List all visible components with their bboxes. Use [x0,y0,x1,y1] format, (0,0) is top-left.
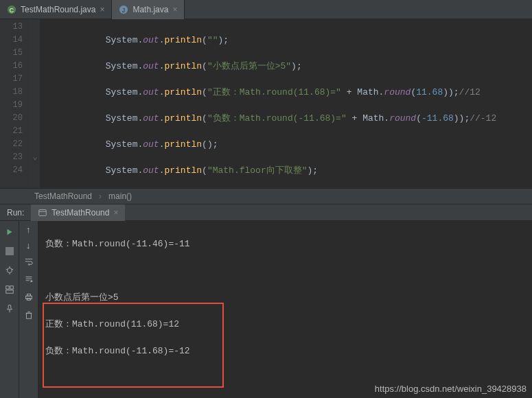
tab-label: TestMathRound.java [21,5,95,14]
stop-button[interactable] [3,244,16,258]
svg-rect-15 [5,290,13,293]
pin-button[interactable] [3,302,16,316]
java-icon: J [119,5,128,14]
svg-rect-4 [39,209,47,215]
console-line [45,371,525,385]
layout-button[interactable] [3,283,16,296]
run-label: Run: [0,208,31,218]
svg-rect-23 [26,313,31,318]
print-button[interactable] [24,292,34,305]
console-toolbar: ↑ ↓ [19,221,38,398]
tab-testmathround[interactable]: C TestMathRound.java × [0,0,112,19]
console-output[interactable]: 负数：Math.round(-11.46)=-11 小数点后第一位>5 正数：M… [38,221,532,398]
run-tab[interactable]: TestMathRound × [31,204,125,221]
close-icon[interactable]: × [113,208,118,218]
console-line: 负数：Math.round(-11.46)=-11 [45,237,525,251]
console-line [45,264,525,278]
close-icon[interactable]: × [100,5,104,14]
tab-label: Math.java [132,5,168,14]
wrap-button[interactable] [24,257,34,269]
run-tab-label: TestMathRound [51,208,109,218]
rerun-button[interactable] [3,225,16,239]
tab-math[interactable]: J Math.java × [112,0,185,19]
run-panel: ↑ ↓ 负数：Math.round(-11.46)=-11 小数点后第一位>5 … [0,221,532,398]
clear-button[interactable] [24,310,34,323]
svg-marker-6 [7,229,12,235]
run-panel-header: Run: TestMathRound × [0,204,532,221]
editor-tabs: C TestMathRound.java × J Math.java × [0,0,532,19]
fold-gutter: ⌄ [30,19,40,188]
svg-text:J: J [122,6,125,13]
breadcrumb-method[interactable]: main() [108,191,132,201]
console-line: 负数：Math.round(-11.68)=-12 [45,344,525,358]
line-gutter: 131415161718192021222324 [0,19,30,188]
code-editor[interactable]: 131415161718192021222324 ⌄ System.out.pr… [0,19,532,188]
console-line: 正数：Math.round(11.68)=12 [45,318,525,331]
svg-rect-7 [5,247,14,255]
code-area[interactable]: System.out.println(""); System.out.print… [40,19,532,188]
debug-button[interactable] [3,264,16,277]
close-icon[interactable]: × [172,5,177,14]
application-icon [38,208,47,218]
scroll-to-end-button[interactable] [24,274,34,287]
svg-rect-14 [10,286,12,289]
run-toolbar [0,221,19,398]
chevron-right-icon: › [99,191,102,201]
breadcrumb-class[interactable]: TestMathRound [34,191,92,201]
breadcrumb: TestMathRound › main() [0,188,532,204]
down-icon[interactable]: ↓ [26,241,32,251]
svg-point-8 [7,268,12,273]
svg-rect-21 [27,294,30,296]
console-line: 小数点后第一位>5 [45,291,525,305]
svg-text:C: C [10,6,14,13]
svg-rect-13 [5,286,8,289]
svg-marker-19 [30,280,33,283]
watermark: https://blog.csdn.net/weixin_39428938 [375,384,527,394]
up-icon[interactable]: ↑ [26,225,32,235]
class-icon: C [7,5,16,14]
